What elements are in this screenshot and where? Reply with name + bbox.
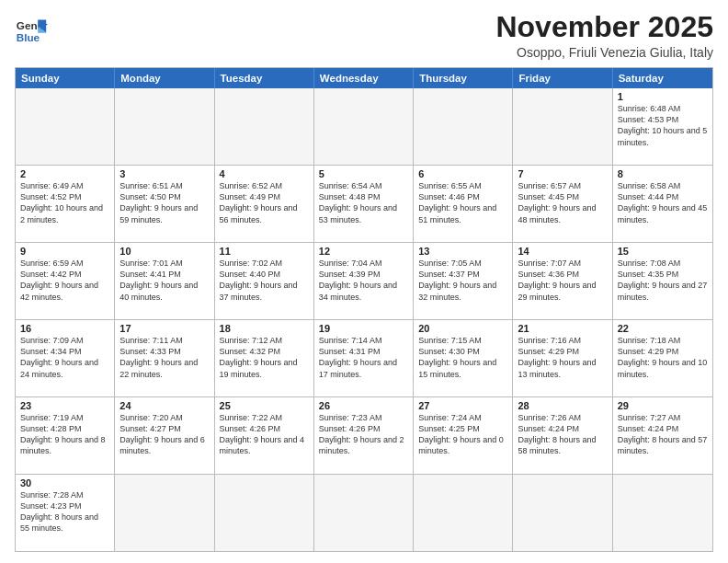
day-number: 1 (618, 91, 708, 102)
day-number: 15 (618, 246, 708, 257)
day-number: 17 (119, 323, 209, 334)
calendar-cell: 22Sunrise: 7:18 AM Sunset: 4:29 PM Dayli… (613, 320, 712, 396)
day-number: 20 (418, 323, 507, 334)
calendar-cell: 13Sunrise: 7:05 AM Sunset: 4:37 PM Dayli… (414, 243, 513, 319)
day-info: Sunrise: 7:09 AM Sunset: 4:34 PM Dayligh… (20, 335, 109, 380)
calendar-cell (16, 88, 115, 165)
calendar-cell: 18Sunrise: 7:12 AM Sunset: 4:32 PM Dayli… (215, 320, 314, 396)
day-info: Sunrise: 7:08 AM Sunset: 4:35 PM Dayligh… (618, 258, 708, 303)
day-number: 11 (220, 246, 309, 257)
calendar-cell: 3Sunrise: 6:51 AM Sunset: 4:50 PM Daylig… (115, 166, 214, 242)
calendar-cell: 4Sunrise: 6:52 AM Sunset: 4:49 PM Daylig… (215, 166, 314, 242)
calendar-title: November 2025 (495, 11, 713, 43)
calendar-cell: 23Sunrise: 7:19 AM Sunset: 4:28 PM Dayli… (16, 397, 115, 474)
day-number: 5 (319, 168, 408, 179)
day-number: 28 (518, 400, 607, 411)
day-info: Sunrise: 6:48 AM Sunset: 4:53 PM Dayligh… (618, 103, 708, 148)
day-number: 4 (220, 168, 309, 179)
page: General Blue November 2025 Osoppo, Friul… (0, 0, 728, 563)
day-number: 21 (518, 323, 607, 334)
day-info: Sunrise: 7:28 AM Sunset: 4:23 PM Dayligh… (20, 489, 109, 534)
day-number: 24 (119, 400, 209, 411)
calendar-cell: 11Sunrise: 7:02 AM Sunset: 4:40 PM Dayli… (215, 243, 314, 319)
calendar-cell: 19Sunrise: 7:14 AM Sunset: 4:31 PM Dayli… (314, 320, 414, 396)
day-number: 9 (20, 246, 109, 257)
svg-text:Blue: Blue (17, 31, 40, 43)
day-info: Sunrise: 6:57 AM Sunset: 4:45 PM Dayligh… (518, 180, 607, 225)
calendar-cell: 29Sunrise: 7:27 AM Sunset: 4:24 PM Dayli… (613, 397, 712, 474)
calendar-cell: 28Sunrise: 7:26 AM Sunset: 4:24 PM Dayli… (513, 397, 612, 474)
calendar-cell: 15Sunrise: 7:08 AM Sunset: 4:35 PM Dayli… (613, 243, 712, 319)
day-info: Sunrise: 7:18 AM Sunset: 4:29 PM Dayligh… (618, 335, 708, 380)
calendar-cell: 25Sunrise: 7:22 AM Sunset: 4:26 PM Dayli… (215, 397, 314, 474)
calendar-subtitle: Osoppo, Friuli Venezia Giulia, Italy (495, 45, 713, 60)
day-number: 12 (319, 246, 408, 257)
calendar-cell (314, 475, 414, 551)
calendar-cell (414, 88, 513, 165)
day-number: 16 (20, 323, 109, 334)
day-number: 22 (618, 323, 708, 334)
calendar-cell: 10Sunrise: 7:01 AM Sunset: 4:41 PM Dayli… (115, 243, 214, 319)
calendar-cell (613, 475, 712, 551)
logo: General Blue (15, 15, 48, 48)
calendar-body: 1Sunrise: 6:48 AM Sunset: 4:53 PM Daylig… (16, 88, 712, 551)
day-number: 3 (119, 168, 209, 179)
day-number: 18 (220, 323, 309, 334)
header: General Blue November 2025 Osoppo, Friul… (15, 11, 713, 60)
day-info: Sunrise: 7:15 AM Sunset: 4:30 PM Dayligh… (418, 335, 507, 380)
day-info: Sunrise: 6:55 AM Sunset: 4:46 PM Dayligh… (418, 180, 507, 225)
day-info: Sunrise: 7:14 AM Sunset: 4:31 PM Dayligh… (319, 335, 408, 380)
calendar-header-cell: Wednesday (314, 68, 414, 88)
calendar-cell: 17Sunrise: 7:11 AM Sunset: 4:33 PM Dayli… (115, 320, 214, 396)
calendar-header-cell: Monday (115, 68, 214, 88)
calendar-cell: 26Sunrise: 7:23 AM Sunset: 4:26 PM Dayli… (314, 397, 414, 474)
title-block: November 2025 Osoppo, Friuli Venezia Giu… (495, 11, 713, 60)
calendar-cell: 14Sunrise: 7:07 AM Sunset: 4:36 PM Dayli… (513, 243, 612, 319)
day-number: 6 (418, 168, 507, 179)
day-info: Sunrise: 7:27 AM Sunset: 4:24 PM Dayligh… (618, 412, 708, 457)
calendar-cell (513, 475, 612, 551)
day-info: Sunrise: 7:16 AM Sunset: 4:29 PM Dayligh… (518, 335, 607, 380)
day-info: Sunrise: 7:20 AM Sunset: 4:27 PM Dayligh… (119, 412, 209, 457)
calendar-header: SundayMondayTuesdayWednesdayThursdayFrid… (16, 68, 712, 88)
calendar-cell: 1Sunrise: 6:48 AM Sunset: 4:53 PM Daylig… (613, 88, 712, 165)
calendar-cell (115, 88, 214, 165)
day-info: Sunrise: 7:01 AM Sunset: 4:41 PM Dayligh… (119, 258, 209, 303)
day-number: 7 (518, 168, 607, 179)
day-number: 30 (20, 477, 109, 488)
day-info: Sunrise: 7:07 AM Sunset: 4:36 PM Dayligh… (518, 258, 607, 303)
day-number: 14 (518, 246, 607, 257)
calendar-cell: 8Sunrise: 6:58 AM Sunset: 4:44 PM Daylig… (613, 166, 712, 242)
day-info: Sunrise: 7:05 AM Sunset: 4:37 PM Dayligh… (418, 258, 507, 303)
calendar-cell: 16Sunrise: 7:09 AM Sunset: 4:34 PM Dayli… (16, 320, 115, 396)
day-number: 10 (119, 246, 209, 257)
calendar-cell (215, 88, 314, 165)
calendar-header-cell: Thursday (414, 68, 513, 88)
day-info: Sunrise: 7:24 AM Sunset: 4:25 PM Dayligh… (418, 412, 507, 457)
day-number: 8 (618, 168, 708, 179)
day-info: Sunrise: 7:19 AM Sunset: 4:28 PM Dayligh… (20, 412, 109, 457)
day-number: 2 (20, 168, 109, 179)
day-info: Sunrise: 7:22 AM Sunset: 4:26 PM Dayligh… (220, 412, 309, 457)
day-number: 26 (319, 400, 408, 411)
calendar-header-cell: Tuesday (215, 68, 314, 88)
calendar-cell: 9Sunrise: 6:59 AM Sunset: 4:42 PM Daylig… (16, 243, 115, 319)
calendar-cell: 30Sunrise: 7:28 AM Sunset: 4:23 PM Dayli… (16, 475, 115, 551)
day-info: Sunrise: 6:58 AM Sunset: 4:44 PM Dayligh… (618, 180, 708, 225)
day-info: Sunrise: 6:51 AM Sunset: 4:50 PM Dayligh… (119, 180, 209, 225)
calendar-cell (215, 475, 314, 551)
day-info: Sunrise: 7:04 AM Sunset: 4:39 PM Dayligh… (319, 258, 408, 303)
calendar-cell: 6Sunrise: 6:55 AM Sunset: 4:46 PM Daylig… (414, 166, 513, 242)
calendar-cell (314, 88, 414, 165)
calendar-row: 23Sunrise: 7:19 AM Sunset: 4:28 PM Dayli… (16, 396, 712, 474)
calendar-row: 1Sunrise: 6:48 AM Sunset: 4:53 PM Daylig… (16, 88, 712, 165)
day-number: 23 (20, 400, 109, 411)
calendar-cell: 20Sunrise: 7:15 AM Sunset: 4:30 PM Dayli… (414, 320, 513, 396)
calendar-header-cell: Saturday (613, 68, 712, 88)
day-number: 19 (319, 323, 408, 334)
day-info: Sunrise: 7:26 AM Sunset: 4:24 PM Dayligh… (518, 412, 607, 457)
day-number: 25 (220, 400, 309, 411)
calendar-row: 30Sunrise: 7:28 AM Sunset: 4:23 PM Dayli… (16, 474, 712, 551)
calendar-cell: 27Sunrise: 7:24 AM Sunset: 4:25 PM Dayli… (414, 397, 513, 474)
logo-icon: General Blue (15, 15, 48, 48)
